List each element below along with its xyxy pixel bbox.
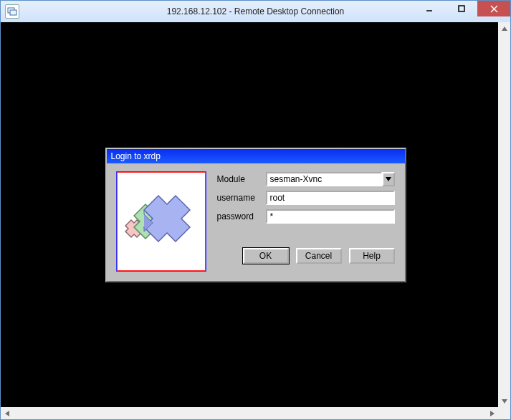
- horizontal-scrollbar[interactable]: [1, 407, 510, 419]
- password-label: password: [217, 211, 266, 221]
- username-label: username: [217, 193, 266, 203]
- svg-rect-3: [459, 6, 464, 11]
- window-controls: [413, 1, 510, 16]
- cancel-button[interactable]: Cancel: [296, 248, 342, 264]
- username-input[interactable]: [266, 191, 395, 205]
- help-button[interactable]: Help: [349, 248, 395, 264]
- xrdp-title: Login to xrdp: [111, 151, 161, 161]
- password-row: password: [217, 209, 395, 224]
- scroll-down-icon[interactable]: [498, 395, 510, 407]
- svg-marker-10: [490, 411, 495, 416]
- svg-marker-7: [502, 399, 507, 404]
- xrdp-login-dialog: Login to xrdp: [105, 148, 406, 282]
- scroll-left-icon[interactable]: [1, 407, 13, 419]
- module-row: Module: [217, 172, 395, 186]
- maximize-button[interactable]: [445, 1, 477, 16]
- rdc-titlebar[interactable]: 192.168.12.102 - Remote Desktop Connecti…: [1, 1, 510, 22]
- rdc-window: 192.168.12.102 - Remote Desktop Connecti…: [0, 0, 511, 420]
- dialog-buttons: OK Cancel Help: [217, 248, 395, 264]
- svg-rect-1: [10, 10, 16, 15]
- scroll-corner: [498, 407, 510, 419]
- close-button[interactable]: [477, 1, 510, 16]
- scroll-right-icon[interactable]: [486, 407, 498, 419]
- scroll-up-icon[interactable]: [498, 22, 510, 34]
- module-select-value[interactable]: [266, 172, 382, 186]
- remote-session-area: Login to xrdp: [1, 22, 510, 407]
- username-row: username: [217, 191, 395, 205]
- rdc-app-icon: [5, 4, 19, 19]
- ok-button[interactable]: OK: [243, 248, 289, 264]
- scroll-track[interactable]: [498, 34, 510, 395]
- vertical-scrollbar[interactable]: [498, 22, 510, 407]
- password-input[interactable]: [266, 209, 395, 224]
- minimize-button[interactable]: [413, 1, 445, 16]
- scroll-track[interactable]: [13, 407, 486, 419]
- chevron-down-icon[interactable]: [382, 172, 395, 186]
- module-select[interactable]: [266, 172, 395, 186]
- xrdp-form: Module username password: [217, 172, 395, 271]
- svg-marker-9: [5, 411, 9, 416]
- xrdp-logo-icon: [117, 172, 206, 271]
- svg-marker-8: [386, 177, 391, 181]
- module-label: Module: [217, 174, 266, 184]
- xrdp-titlebar[interactable]: Login to xrdp: [107, 149, 405, 163]
- svg-marker-6: [502, 27, 507, 31]
- xrdp-body: Module username password: [107, 163, 405, 281]
